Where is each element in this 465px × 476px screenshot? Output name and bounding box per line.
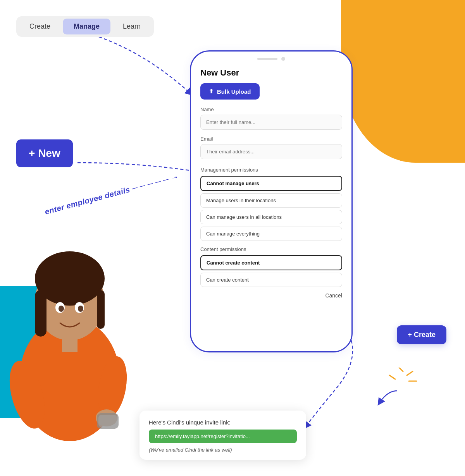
tab-manage[interactable]: Manage xyxy=(63,19,110,34)
tab-learn[interactable]: Learn xyxy=(112,19,152,34)
email-label: Email xyxy=(200,136,342,142)
new-button[interactable]: + New xyxy=(16,139,73,167)
tab-create[interactable]: Create xyxy=(19,19,61,34)
invite-note: (We've emailed Cindi the link as well) xyxy=(149,447,297,453)
phone-actions: Cancel xyxy=(200,292,342,299)
person-image xyxy=(0,213,143,445)
bulk-upload-button[interactable]: ⬆ Bulk Upload xyxy=(200,83,260,100)
tab-manage-label: Manage xyxy=(74,22,100,30)
tab-switcher: Create Manage Learn xyxy=(16,16,154,37)
permission-can-create[interactable]: Can create content xyxy=(200,273,342,287)
phone-camera xyxy=(281,57,285,61)
phone-notch xyxy=(191,52,351,64)
svg-point-11 xyxy=(59,306,64,312)
svg-rect-18 xyxy=(98,415,117,427)
permission-cannot-create[interactable]: Cannot create content xyxy=(200,255,342,270)
new-button-label: + New xyxy=(29,147,60,160)
create-button-label: + Create xyxy=(408,331,436,339)
create-button[interactable]: + Create xyxy=(397,325,446,344)
invite-card-title: Here's Cindi's uinque invite link: xyxy=(149,419,297,426)
invite-link[interactable]: https://emily.taylapp.net/register?invit… xyxy=(149,430,297,443)
permission-cannot-manage[interactable]: Cannot manage users xyxy=(200,176,342,191)
orange-bg-shape xyxy=(341,0,465,163)
management-permissions-label: Management permissions xyxy=(200,167,342,173)
person-svg xyxy=(0,213,143,445)
email-input[interactable] xyxy=(200,144,342,159)
tab-create-label: Create xyxy=(29,22,50,30)
permission-manage-all-locations[interactable]: Can manage users in all locations xyxy=(200,210,342,224)
svg-line-1 xyxy=(407,371,413,375)
content-permissions-label: Content permissions xyxy=(200,246,342,252)
invite-card: Here's Cindi's uinque invite link: https… xyxy=(140,411,306,460)
invite-arrow xyxy=(376,387,399,406)
permission-manage-everything[interactable]: Can manage everything xyxy=(200,227,342,241)
phone-mockup: New User ⬆ Bulk Upload Name Email Manage… xyxy=(190,50,353,352)
employee-details-label: enter employee details ─ ─ ─ ─ ─ → xyxy=(44,172,180,217)
name-input[interactable] xyxy=(200,115,342,130)
svg-line-0 xyxy=(399,368,403,371)
svg-line-3 xyxy=(389,375,395,379)
tab-learn-label: Learn xyxy=(123,22,141,30)
name-label: Name xyxy=(200,107,342,112)
svg-rect-7 xyxy=(35,290,46,337)
svg-rect-13 xyxy=(62,337,78,352)
svg-rect-8 xyxy=(97,290,105,329)
svg-point-12 xyxy=(78,306,83,312)
phone-content: New User ⬆ Bulk Upload Name Email Manage… xyxy=(191,64,351,306)
phone-speaker xyxy=(257,58,277,60)
bulk-upload-label: Bulk Upload xyxy=(217,88,251,95)
cancel-link[interactable]: Cancel xyxy=(325,292,342,299)
phone-title: New User xyxy=(200,68,342,78)
upload-icon: ⬆ xyxy=(209,88,214,95)
permission-manage-locations[interactable]: Manage users in their locations xyxy=(200,193,342,208)
